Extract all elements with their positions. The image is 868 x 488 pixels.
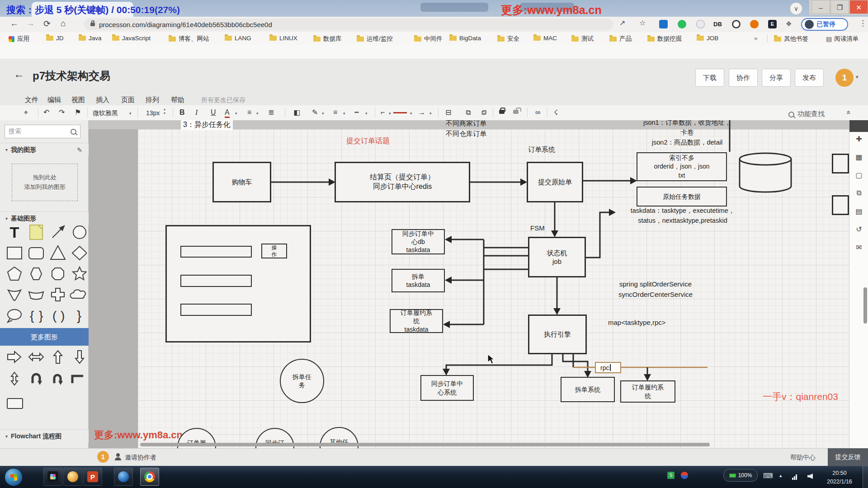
- address-bar[interactable]: processon.com/diagraming/61e40deb5653bb0…: [84, 19, 613, 30]
- shape-diamond[interactable]: [72, 246, 87, 260]
- bookmark-folder[interactable]: 产品: [609, 35, 632, 43]
- extension-icon-mail[interactable]: [659, 20, 668, 28]
- line-style-icon[interactable]: [393, 112, 407, 113]
- bold-button[interactable]: B: [179, 108, 185, 117]
- section-basic-shapes[interactable]: ▾ 基础图形: [0, 211, 89, 225]
- home-icon[interactable]: ⌂: [61, 19, 66, 28]
- bookmark-star-icon[interactable]: ☆: [639, 19, 646, 27]
- back-to-files-icon[interactable]: ←: [14, 68, 24, 80]
- other-bookmarks[interactable]: 其他书签: [774, 35, 808, 43]
- collapse-triangle-icon[interactable]: ▾: [5, 216, 8, 221]
- section-flowchart[interactable]: ▾ Flowchart 流程图: [0, 429, 89, 443]
- bookmark-folder[interactable]: 数据库: [313, 35, 342, 43]
- publish-button[interactable]: 发布: [795, 69, 824, 87]
- history-tool-icon[interactable]: ↺: [849, 225, 868, 234]
- dash-style-icon[interactable]: ┅: [354, 108, 359, 117]
- download-button[interactable]: 下载: [695, 69, 724, 87]
- bookmark-folder[interactable]: Java: [79, 35, 102, 42]
- collapse-toolbar-icon[interactable]: »: [844, 111, 852, 115]
- flow-box-clipped[interactable]: [832, 195, 849, 215]
- bookmark-folder[interactable]: 博客、网站: [169, 35, 209, 43]
- shape-cross[interactable]: [52, 288, 64, 301]
- bookmark-folder[interactable]: 运维/监控: [357, 35, 393, 43]
- shape-line-arrow[interactable]: [52, 226, 64, 238]
- shape-search-input[interactable]: 搜索: [5, 125, 80, 138]
- url-text[interactable]: processon.com/diagraming/61e40deb5653bb0…: [99, 21, 272, 28]
- format-painter-icon[interactable]: ⚑: [75, 108, 81, 117]
- taskbar-app-2[interactable]: [63, 468, 82, 486]
- shape-pentagon[interactable]: [8, 267, 21, 280]
- shape-speech-bubble[interactable]: [8, 310, 21, 322]
- tray-icon-red-blue[interactable]: [681, 472, 688, 479]
- padlock-icon[interactable]: [90, 23, 95, 26]
- flow-box-fulfill-sys[interactable]: 订单履约系 统: [620, 380, 675, 403]
- menu-arrange[interactable]: 排列: [146, 96, 159, 104]
- collaborate-button[interactable]: 协作: [729, 69, 758, 87]
- more-shapes-button[interactable]: 更多图形: [0, 328, 89, 346]
- font-color-caret-icon[interactable]: ▾: [235, 111, 237, 116]
- font-family-select[interactable]: 微软雅黑: [93, 109, 118, 117]
- dash-caret-icon[interactable]: ▾: [365, 111, 368, 116]
- menu-view[interactable]: 视图: [71, 96, 85, 104]
- taskbar-app-1[interactable]: [43, 468, 62, 486]
- collapse-triangle-icon[interactable]: ▾: [5, 434, 8, 439]
- bookmark-folder[interactable]: JD: [46, 35, 64, 42]
- flow-inner-rect[interactable]: [180, 246, 252, 258]
- pan-tool-icon[interactable]: ✚: [849, 135, 868, 143]
- extension-icon-ring[interactable]: [732, 20, 741, 28]
- copy-tool-icon[interactable]: ⧉: [849, 189, 868, 197]
- connector-type-icon[interactable]: ⌐: [381, 108, 385, 117]
- bookmark-folder[interactable]: MAC: [533, 35, 557, 42]
- image-tool-icon[interactable]: ▦: [849, 153, 868, 161]
- line-color-caret-icon[interactable]: ▾: [322, 111, 324, 116]
- taskbar-chrome[interactable]: [140, 468, 159, 486]
- shape-up-arrow[interactable]: [54, 351, 62, 363]
- bookmarks-overflow[interactable]: »: [754, 35, 758, 42]
- feature-search[interactable]: 功能查找: [797, 110, 825, 118]
- page-tool-icon[interactable]: ▤: [849, 207, 868, 216]
- flow-box-split-sys[interactable]: 拆单系统: [561, 377, 615, 402]
- menu-help[interactable]: 帮助: [171, 96, 184, 104]
- browser-menu-icon[interactable]: ⋮: [859, 19, 867, 28]
- comment-tool-icon[interactable]: ✉: [849, 243, 868, 252]
- shape-tool-icon[interactable]: ▢: [849, 171, 868, 179]
- flow-box-sync-sys[interactable]: 同步订单中 心系统: [420, 375, 474, 401]
- extension-icon-db[interactable]: DB: [713, 21, 722, 28]
- shape-parentheses[interactable]: (): [52, 309, 65, 323]
- extension-icon-e[interactable]: E: [768, 20, 777, 28]
- menu-edit[interactable]: 编辑: [47, 96, 61, 104]
- bookmark-apps[interactable]: 应用: [9, 35, 29, 43]
- flow-inner-rect[interactable]: [180, 304, 252, 316]
- collaborator-badge[interactable]: 1: [97, 451, 109, 463]
- avatar-caret-icon[interactable]: ▾: [856, 74, 859, 80]
- select-tool-icon[interactable]: ⌖: [24, 108, 28, 117]
- taskbar-app-4[interactable]: [114, 468, 133, 486]
- list-icon[interactable]: ≣: [268, 108, 274, 117]
- shape-triangle[interactable]: [51, 246, 65, 259]
- shape-circle[interactable]: [73, 226, 86, 239]
- shape-star[interactable]: [73, 267, 86, 280]
- extension-icon-circle[interactable]: [696, 20, 705, 28]
- shape-u-turn-arrow[interactable]: [33, 374, 42, 385]
- edit-my-shapes-icon[interactable]: ✎: [77, 146, 82, 154]
- shape-cloud[interactable]: [70, 290, 85, 298]
- menu-file[interactable]: 文件: [25, 96, 38, 104]
- horizontal-scrollbar[interactable]: [140, 443, 710, 446]
- font-color-button[interactable]: A: [225, 108, 230, 118]
- arrow-style-icon[interactable]: →: [418, 108, 425, 117]
- connector-label-editor[interactable]: rpc: [595, 362, 621, 373]
- share-icon[interactable]: ↗: [619, 19, 625, 27]
- show-desktop-button[interactable]: [863, 466, 868, 488]
- tray-icon-green[interactable]: S: [667, 472, 675, 479]
- user-avatar[interactable]: 1: [835, 69, 854, 87]
- flow-box-ops[interactable]: 操 作: [261, 244, 287, 258]
- start-button[interactable]: [5, 468, 23, 486]
- document-title[interactable]: p7技术架构交易: [33, 69, 110, 83]
- nav-forward-icon[interactable]: →: [26, 19, 35, 28]
- bookmark-folder[interactable]: 数据挖掘: [647, 35, 682, 43]
- shape-hexagon[interactable]: [31, 268, 42, 280]
- search-icon[interactable]: [71, 129, 76, 135]
- battery-indicator[interactable]: 100%: [723, 469, 758, 482]
- shape-rectangle[interactable]: [7, 247, 22, 259]
- network-icon[interactable]: [792, 472, 797, 480]
